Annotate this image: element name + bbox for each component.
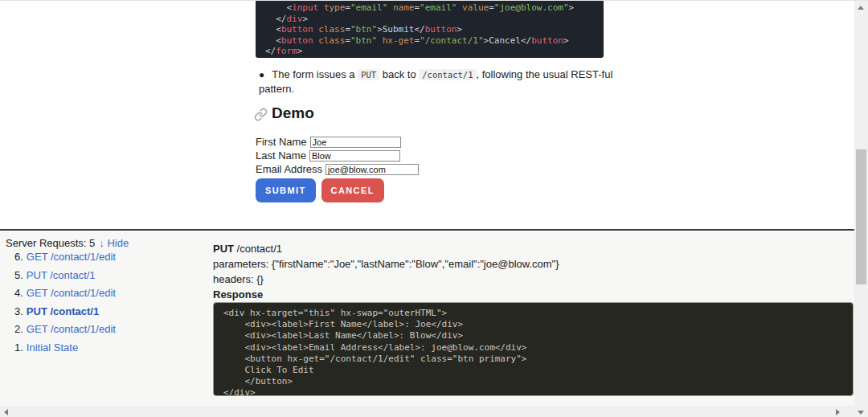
- request-item-selected: 3.PUT /contact/1: [14, 305, 116, 324]
- horizontal-scrollbar[interactable]: [0, 406, 854, 417]
- request-link[interactable]: PUT /contact/1: [27, 269, 96, 281]
- server-requests-panel: Server Requests: 5↓ Hide 6.GET /contact/…: [0, 231, 854, 407]
- request-link[interactable]: GET /contact/1/edit: [27, 323, 116, 335]
- first-name-input[interactable]: [310, 137, 401, 148]
- first-name-label: First Name: [256, 136, 307, 148]
- request-parameters-line: parameters: {"firstName":"Joe","lastName…: [213, 256, 854, 272]
- request-item: 6.GET /contact/1/edit: [14, 251, 116, 269]
- scroll-right-icon[interactable]: [836, 409, 840, 415]
- note-bullet: ●The form issues a PUT back to /contact/…: [259, 67, 637, 96]
- server-requests-title: Server Requests: 5: [6, 237, 95, 249]
- request-method-line: PUT /contact/1: [213, 241, 854, 256]
- request-link[interactable]: PUT /contact/1: [27, 305, 99, 317]
- note-text: The form issues a PUT back to /contact/1…: [259, 68, 612, 95]
- form-buttons: SUBMIT CANCEL: [256, 178, 384, 202]
- vertical-scrollbar-thumb[interactable]: [856, 149, 866, 284]
- demo-form: First Name Last Name Email Address: [256, 135, 419, 176]
- scroll-left-icon[interactable]: [4, 409, 8, 415]
- server-requests-header: Server Requests: 5↓ Hide: [6, 237, 129, 249]
- email-input[interactable]: [326, 164, 419, 175]
- last-name-label: Last Name: [256, 149, 306, 161]
- submit-button[interactable]: SUBMIT: [256, 178, 316, 202]
- request-link[interactable]: GET /contact/1/edit: [27, 251, 116, 263]
- response-code-block: <div hx-target="this" hx-swap="outerHTML…: [213, 302, 854, 396]
- page: <input type="email" name="email" value="…: [0, 0, 868, 417]
- email-row: Email Address: [256, 162, 419, 176]
- request-detail: PUT /contact/1 parameters: {"firstName":…: [213, 241, 854, 396]
- demo-heading-label: Demo: [272, 104, 314, 122]
- request-item: 1.Initial State: [14, 341, 116, 360]
- first-name-row: First Name: [256, 135, 419, 149]
- request-item: 2.GET /contact/1/edit: [14, 323, 116, 341]
- response-label: Response: [213, 287, 854, 302]
- bullet-dot-icon: ●: [259, 69, 264, 80]
- inline-code-contact-url: /contact/1: [419, 69, 476, 80]
- scroll-up-icon[interactable]: [858, 6, 864, 10]
- request-headers-line: headers: {}: [213, 272, 854, 287]
- edit-form-code-block: <input type="email" name="email" value="…: [256, 1, 604, 58]
- scroll-down-icon[interactable]: [858, 411, 864, 415]
- inline-code-put: PUT: [358, 69, 379, 80]
- request-item: 5.PUT /contact/1: [14, 269, 116, 288]
- vertical-scrollbar[interactable]: [854, 1, 868, 417]
- link-icon[interactable]: [254, 108, 268, 121]
- request-list: 6.GET /contact/1/edit 5.PUT /contact/1 4…: [14, 251, 116, 359]
- email-label: Email Address: [256, 163, 322, 175]
- hide-link[interactable]: ↓ Hide: [99, 237, 129, 249]
- last-name-input[interactable]: [309, 150, 400, 161]
- request-link[interactable]: GET /contact/1/edit: [27, 287, 116, 299]
- request-item: 4.GET /contact/1/edit: [14, 287, 116, 305]
- demo-heading: Demo: [254, 104, 314, 122]
- last-name-row: Last Name: [256, 149, 419, 162]
- cancel-button[interactable]: CANCEL: [321, 178, 384, 202]
- request-link[interactable]: Initial State: [27, 341, 78, 354]
